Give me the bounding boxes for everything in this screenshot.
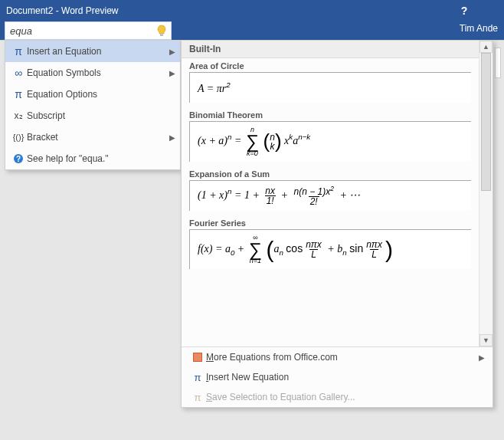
eq-title: Expansion of a Sum <box>189 169 471 179</box>
svg-rect-0 <box>160 34 163 37</box>
footer-more-equations[interactable]: More Equations from Office.com ▶ <box>182 347 493 367</box>
help-button[interactable]: ? <box>455 5 473 17</box>
pi-icon: π <box>189 372 206 383</box>
eq-binomial-theorem[interactable]: (x + a)n = n∑k=0 (nk) xkan−k <box>189 121 471 162</box>
window-title: Document2 - Word Preview <box>6 5 455 16</box>
pi-icon: π <box>10 88 27 100</box>
tell-me-input[interactable] <box>7 24 154 38</box>
eq-area-of-circle[interactable]: A = πr2 <box>189 72 471 103</box>
scroll-down-button[interactable]: ▼ <box>479 334 493 346</box>
scroll-up-button[interactable]: ▲ <box>479 41 493 53</box>
eq-fourier-series[interactable]: f(x) = a0 + ∞∑n=1 (an cosnπxL + bn sinnπ… <box>189 229 471 270</box>
account-name[interactable]: Tim Ande <box>460 21 504 40</box>
lightbulb-icon <box>154 23 169 38</box>
eq-expansion-of-sum[interactable]: (1 + x)n = 1 + nx1! + n(n − 1)x22! + ⋯ <box>189 180 471 211</box>
pi-save-icon: π <box>189 392 206 403</box>
eq-title: Binomial Theorem <box>189 110 471 120</box>
chevron-right-icon: ▶ <box>479 353 485 362</box>
suggest-subscript[interactable]: x₂ Subscript <box>5 105 180 126</box>
footer-insert-new-equation[interactable]: π Insert New Equation <box>182 367 493 387</box>
infinity-icon: ∞ <box>10 67 27 79</box>
chevron-right-icon: ▶ <box>169 69 175 77</box>
gallery-section-header: Built-In <box>182 41 479 58</box>
pi-icon: π <box>10 45 27 57</box>
subscript-icon: x₂ <box>10 110 27 121</box>
scroll-thumb[interactable] <box>481 53 491 191</box>
footer-save-selection: π Save Selection to Equation Gallery... <box>182 387 493 407</box>
chevron-right-icon: ▶ <box>169 133 175 142</box>
gallery-footer: More Equations from Office.com ▶ π Inser… <box>182 346 493 407</box>
title-bar: Document2 - Word Preview ? <box>0 0 504 21</box>
suggest-equation-symbols[interactable]: ∞ Equation Symbols ▶ <box>5 62 180 84</box>
gallery-scrollbar[interactable]: ▲ ▼ <box>479 41 493 346</box>
office-icon <box>189 352 206 363</box>
eq-title: Area of Circle <box>189 61 471 71</box>
suggest-equation-options[interactable]: π Equation Options <box>5 84 180 105</box>
eq-title: Fourier Series <box>189 218 471 228</box>
equation-gallery: Built-In Area of Circle A = πr2 Binomial… <box>181 40 493 408</box>
svg-text:?: ? <box>16 155 21 163</box>
suggest-help[interactable]: ? See help for "equa." <box>5 148 180 169</box>
suggest-insert-equation[interactable]: π Insert an Equation ▶ <box>5 41 180 62</box>
scroll-track[interactable] <box>479 53 493 334</box>
bracket-icon: {()} <box>10 133 27 142</box>
page-edge <box>495 48 501 78</box>
help-icon: ? <box>10 153 27 164</box>
tell-me-search[interactable] <box>5 21 172 40</box>
chevron-right-icon: ▶ <box>169 48 175 56</box>
svg-rect-4 <box>194 353 201 361</box>
tell-me-suggestions: π Insert an Equation ▶ ∞ Equation Symbol… <box>5 40 181 170</box>
suggest-bracket[interactable]: {()} Bracket ▶ <box>5 126 180 148</box>
